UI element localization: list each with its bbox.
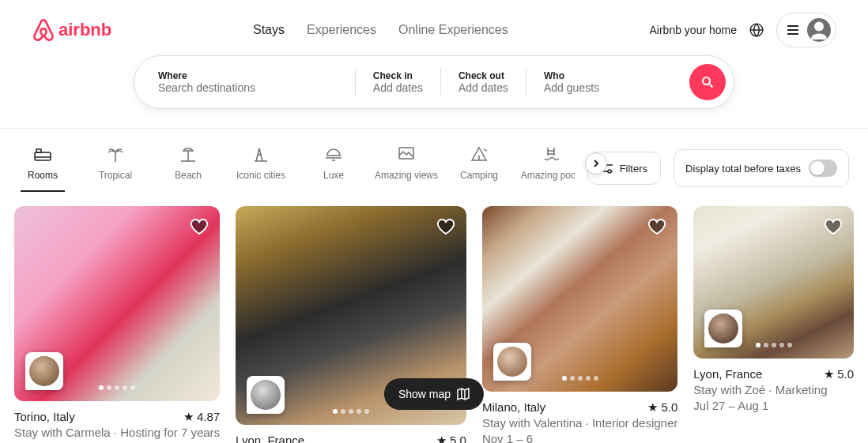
- listing-card[interactable]: Lyon, France ★ 5.0 Stay with Zoé · Marke…: [693, 206, 854, 443]
- host-avatar-chip: [493, 343, 531, 381]
- search-where[interactable]: Where Search destinations: [134, 69, 356, 96]
- hamburger-icon: [787, 24, 799, 36]
- wishlist-button[interactable]: [436, 217, 455, 236]
- listing-location: Milano, Italy: [482, 400, 545, 415]
- checkout-value: Add dates: [459, 81, 508, 94]
- category-next-button[interactable]: [585, 152, 607, 175]
- tropical-icon: [106, 145, 125, 163]
- tab-stays[interactable]: Stays: [253, 23, 285, 37]
- listing-image: [482, 206, 677, 392]
- brand-logo[interactable]: airbnb: [32, 17, 111, 43]
- tax-toggle[interactable]: Display total before taxes: [674, 149, 849, 187]
- who-value: Add guests: [544, 81, 672, 94]
- search-icon: [701, 76, 714, 88]
- listing-rating: ★ 5.0: [436, 433, 466, 443]
- photo-dots: [756, 343, 792, 347]
- search-bar: Where Search destinations Check in Add d…: [134, 55, 734, 109]
- category-beach[interactable]: Beach: [166, 145, 210, 192]
- listing-rating: ★ 4.87: [183, 409, 220, 425]
- tab-experiences[interactable]: Experiences: [307, 23, 376, 37]
- category-luxe[interactable]: Luxe: [311, 145, 356, 192]
- listing-rating: ★ 5.0: [824, 366, 854, 382]
- listing-card[interactable]: Milano, Italy ★ 5.0 Stay with Valentina …: [482, 206, 677, 443]
- category-list: Rooms Tropical Beach Iconic cities Luxe …: [19, 145, 575, 192]
- listing-host-line: Stay with Valentina · Interior designer: [482, 415, 677, 431]
- photo-dots: [562, 376, 598, 381]
- airbnb-logo-icon: [32, 17, 55, 43]
- search-button[interactable]: [689, 64, 726, 100]
- svg-rect-3: [36, 149, 41, 152]
- tax-switch[interactable]: [809, 160, 837, 177]
- heart-icon: [436, 217, 455, 236]
- user-avatar-icon: [807, 18, 831, 42]
- category-rooms[interactable]: Rooms: [21, 145, 65, 192]
- chevron-right-icon: [592, 160, 600, 167]
- map-icon: [457, 388, 470, 400]
- listing-host-line: Stay with Carmela · Hosting for 7 years: [14, 425, 220, 441]
- beach-icon: [179, 145, 198, 163]
- wishlist-button[interactable]: [647, 217, 666, 236]
- tax-label: Display total before taxes: [685, 163, 801, 175]
- category-iconic-cities[interactable]: Iconic cities: [239, 145, 283, 192]
- nav-tabs: Stays Experiences Online Experiences: [253, 23, 508, 37]
- search-checkin[interactable]: Check in Add dates: [356, 69, 441, 96]
- listing-dates: Nov 1 – 6: [482, 431, 677, 443]
- heart-icon: [824, 217, 843, 236]
- amazing-views-icon: [397, 145, 416, 163]
- luxe-icon: [324, 145, 343, 163]
- host-avatar-chip: [247, 376, 285, 414]
- iconic-cities-icon: [251, 145, 270, 163]
- svg-point-8: [608, 170, 611, 173]
- camping-icon: [470, 145, 489, 163]
- listing-location: Lyon, France: [693, 366, 762, 382]
- svg-rect-2: [35, 152, 51, 160]
- tab-online-experiences[interactable]: Online Experiences: [398, 23, 508, 37]
- listing-location: Lyon, France: [236, 433, 304, 443]
- filters-label: Filters: [620, 163, 647, 175]
- search-checkout[interactable]: Check out Add dates: [441, 69, 526, 96]
- listing-card[interactable]: Torino, Italy ★ 4.87 Stay with Carmela ·…: [14, 206, 220, 443]
- category-camping[interactable]: Camping: [457, 145, 501, 192]
- where-placeholder: Search destinations: [158, 81, 338, 94]
- host-link[interactable]: Airbnb your home: [649, 24, 737, 36]
- checkin-value: Add dates: [373, 81, 423, 94]
- amazing-pools-icon: [542, 145, 561, 163]
- host-avatar-chip: [704, 310, 742, 347]
- globe-icon[interactable]: [749, 23, 764, 37]
- checkout-label: Check out: [459, 70, 508, 81]
- host-avatar-chip: [25, 352, 63, 390]
- wishlist-button[interactable]: [824, 217, 843, 236]
- listing-dates: Jul 27 – Aug 1: [693, 398, 854, 414]
- category-amazing-views[interactable]: Amazing views: [384, 145, 428, 192]
- listing-rating: ★ 5.0: [647, 400, 677, 415]
- search-who[interactable]: Who Add guests: [526, 69, 689, 96]
- brand-name: airbnb: [58, 20, 111, 40]
- svg-point-1: [703, 77, 710, 84]
- checkin-label: Check in: [373, 70, 423, 81]
- show-map-label: Show map: [398, 388, 451, 400]
- show-map-button[interactable]: Show map: [384, 378, 484, 410]
- heart-icon: [647, 217, 666, 236]
- listing-image: [14, 206, 220, 401]
- wishlist-button[interactable]: [190, 217, 209, 236]
- photo-dots: [333, 409, 369, 414]
- user-menu[interactable]: [776, 13, 836, 47]
- heart-icon: [190, 217, 209, 236]
- photo-dots: [99, 385, 135, 390]
- rooms-icon: [33, 145, 52, 163]
- listing-location: Torino, Italy: [14, 409, 75, 425]
- where-label: Where: [158, 70, 338, 81]
- who-label: Who: [544, 70, 672, 81]
- category-tropical[interactable]: Tropical: [93, 145, 138, 192]
- listing-host-line: Stay with Zoé · Marketing: [693, 382, 854, 398]
- category-amazing-pools[interactable]: Amazing pools: [530, 145, 574, 192]
- listing-image: [693, 206, 854, 359]
